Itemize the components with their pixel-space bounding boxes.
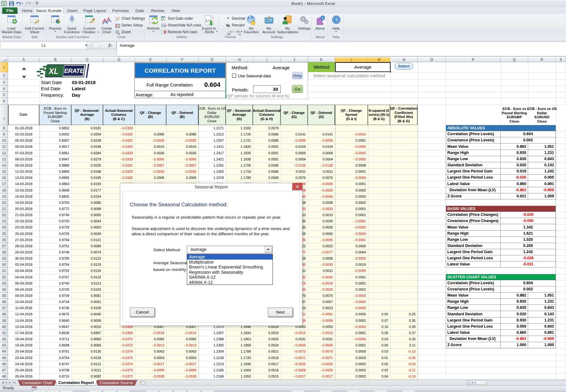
svg-text:X: X (3, 2, 5, 5)
svg-text:?: ? (335, 17, 338, 22)
svg-text:i: i (322, 16, 323, 20)
